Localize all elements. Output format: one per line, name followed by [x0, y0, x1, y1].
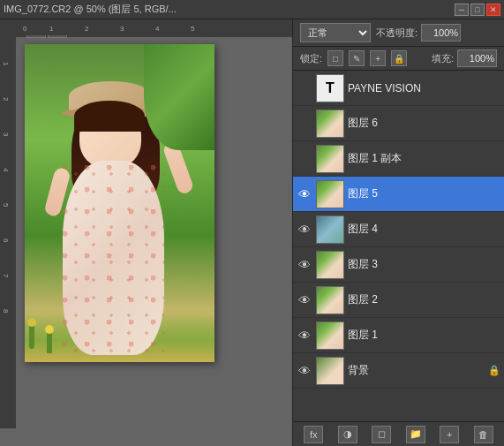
new-layer-button[interactable]: +	[440, 426, 459, 443]
lock-all-icon[interactable]: 🔒	[391, 50, 407, 66]
layer-item-3[interactable]: 👁 图层 3	[293, 247, 504, 283]
thumbnail-1copy	[316, 145, 344, 173]
ruler-mark-v-6: 6	[2, 238, 10, 242]
layer-item-1copy[interactable]: 👁 图层 1 副本	[293, 141, 504, 177]
ruler-corner	[0, 19, 16, 35]
thumbnail-2	[316, 286, 344, 314]
ruler-mark-h-4: 4	[155, 25, 159, 33]
layers-panel: 正常 不透明度: 锁定: □ ✎ + 🔒 填充:	[292, 19, 504, 446]
layer-item-4[interactable]: 👁 图层 4	[293, 212, 504, 247]
tree-top-right	[144, 44, 214, 150]
panel-header-rows: 正常 不透明度: 锁定: □ ✎ + 🔒 填充:	[293, 19, 504, 71]
fill-input[interactable]	[457, 49, 497, 67]
visibility-toggle-6[interactable]: 👁	[297, 116, 312, 132]
thumb-girl-6	[317, 110, 343, 137]
thumbnail-5	[316, 180, 344, 208]
dress-pattern	[63, 161, 164, 355]
lock-paint-icon[interactable]: ✎	[349, 50, 365, 66]
lock-label: 锁定:	[300, 52, 322, 65]
adjustment-button[interactable]: ◑	[338, 426, 357, 443]
bangs	[74, 101, 145, 132]
background-lock-icon: 🔒	[488, 365, 500, 376]
title-bar: IMG_0772.CR2 @ 50% (图层 5, RGB/... ─ □ ✕	[0, 0, 504, 19]
thumbnail-4	[316, 215, 344, 244]
layer-name-3: 图层 3	[348, 257, 500, 272]
thumb-photo-bg	[317, 358, 343, 384]
delete-layer-button[interactable]: 🗑	[474, 426, 493, 443]
lock-fill-row: 锁定: □ ✎ + 🔒 填充:	[293, 47, 504, 71]
thumb-girl-1	[317, 322, 343, 349]
fill-label: 填充:	[432, 52, 454, 65]
visibility-toggle-3[interactable]: 👁	[297, 257, 312, 273]
layers-list: 👁 T PAYNE VISION 👁 图层 6 👁 图	[293, 71, 504, 421]
layer-name-2: 图层 2	[348, 292, 500, 307]
layer-item-1[interactable]: 👁 图层 1	[293, 318, 504, 353]
ruler-mark-h-3: 3	[120, 25, 124, 33]
minimize-button[interactable]: ─	[455, 4, 469, 16]
layer-name-6: 图层 6	[348, 116, 500, 131]
ruler-mark-h-2: 2	[85, 25, 88, 33]
layer-name-1copy: 图层 1 副本	[348, 151, 500, 166]
thumbnail-3	[316, 251, 344, 279]
layer-name-5: 图层 5	[348, 186, 500, 201]
thumbnail-6	[316, 110, 344, 138]
thumb-green-4	[317, 216, 343, 243]
visibility-toggle-4[interactable]: 👁	[297, 222, 312, 238]
blend-mode-select[interactable]: 正常	[300, 23, 371, 42]
ruler-mark-v-2: 2	[2, 97, 10, 101]
lock-position-icon[interactable]: +	[370, 50, 386, 66]
window-controls[interactable]: ─ □ ✕	[455, 4, 500, 16]
layer-item-text[interactable]: 👁 T PAYNE VISION	[293, 71, 504, 106]
ruler-mark-h-0: 0	[23, 25, 26, 33]
thumb-girl-2	[317, 287, 343, 314]
layer-item-6[interactable]: 👁 图层 6	[293, 106, 504, 141]
ruler-mark-v-7: 7	[2, 274, 10, 277]
flower-1	[27, 318, 36, 327]
thumb-girl-1copy	[317, 146, 343, 172]
visibility-toggle-text[interactable]: 👁	[297, 80, 312, 96]
visibility-toggle-5[interactable]: 👁	[297, 186, 312, 202]
visibility-toggle-1[interactable]: 👁	[297, 328, 312, 344]
close-button[interactable]: ✕	[486, 4, 500, 16]
thumbnail-1	[316, 321, 344, 350]
ruler-horizontal: 0 1 2 3 4 5	[16, 19, 292, 35]
fx-button[interactable]: fx	[304, 426, 323, 443]
group-button[interactable]: 📁	[406, 426, 425, 443]
panel-bottom: fx ◑ ◻ 📁 + 🗑	[293, 421, 504, 446]
blend-opacity-row: 正常 不透明度:	[293, 19, 504, 47]
layer-item-bg[interactable]: 👁 背景 🔒	[293, 353, 504, 389]
ruler-mark-v-5: 5	[2, 203, 10, 207]
visibility-toggle-bg[interactable]: 👁	[297, 363, 312, 379]
canvas-area: 0 1 2 3 4 5 1 2 3 4 5 6 7 8	[0, 19, 292, 446]
opacity-control: 不透明度:	[376, 24, 461, 42]
layer-name-text: PAYNE VISION	[348, 82, 500, 94]
photo-canvas	[25, 44, 214, 362]
thumbnail-bg	[316, 357, 344, 385]
ruler-mark-h-1: 1	[49, 25, 53, 33]
layer-name-bg: 背景	[348, 363, 485, 378]
ruler-mark-v-1: 1	[2, 62, 10, 65]
ruler-mark-v-3: 3	[2, 132, 10, 136]
ruler-vertical: 1 2 3 4 5 6 7 8	[0, 35, 16, 428]
thumb-text-T: T	[317, 75, 343, 102]
thumb-girl-5	[317, 181, 343, 208]
main-layout: 0 1 2 3 4 5 1 2 3 4 5 6 7 8	[0, 19, 504, 446]
layer-item-5[interactable]: 👁 图层 5	[293, 177, 504, 212]
opacity-label: 不透明度:	[376, 26, 417, 40]
layer-item-2[interactable]: 👁 图层 2	[293, 283, 504, 318]
ruler-mark-v-8: 8	[2, 309, 10, 313]
restore-button[interactable]: □	[470, 4, 485, 16]
visibility-toggle-2[interactable]: 👁	[297, 292, 312, 308]
visibility-toggle-1copy[interactable]: 👁	[297, 151, 312, 167]
ruler-mark-v-4: 4	[2, 168, 10, 171]
photo-simulation	[25, 44, 214, 362]
fill-control: 填充:	[432, 49, 497, 67]
mask-button[interactable]: ◻	[372, 426, 391, 443]
lock-transparency-icon[interactable]: □	[327, 50, 343, 66]
canvas-content	[16, 35, 292, 428]
thumb-girl-3	[317, 252, 343, 278]
thumbnail-text: T	[316, 74, 344, 102]
title-text: IMG_0772.CR2 @ 50% (图层 5, RGB/...	[4, 3, 455, 16]
opacity-input[interactable]	[421, 24, 461, 42]
dress-body	[63, 161, 164, 355]
